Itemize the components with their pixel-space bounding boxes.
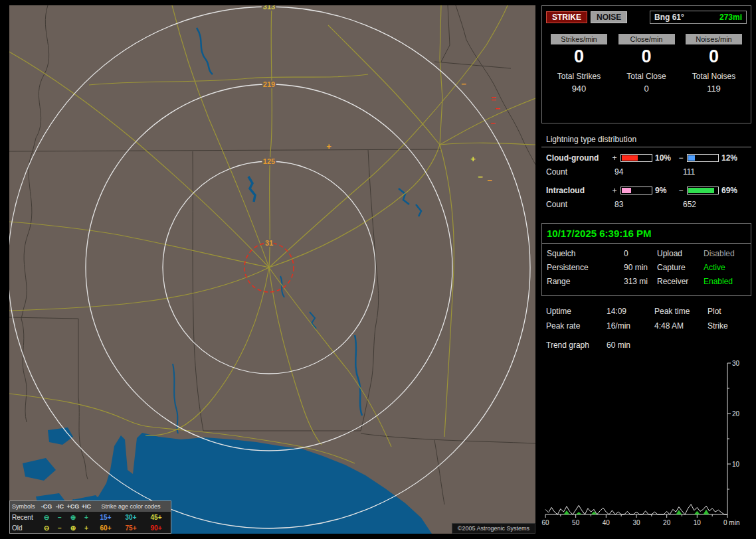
legend-recent-row: Recent ⊖ − ⊕ + 15+ 30+ 45+ xyxy=(10,512,171,522)
circle-plus-icon: ⊕ xyxy=(66,514,80,521)
svg-text:125: 125 xyxy=(263,157,275,165)
minus-icon: − xyxy=(53,524,66,532)
copyright-notice: ©2005 Astrogenic Systems xyxy=(452,523,535,534)
age-code: 15+ xyxy=(93,514,118,521)
ic-negative-pct: 69% xyxy=(721,186,744,195)
legend-old-row: Old ⊖ − ⊕ + 60+ 75+ 90+ xyxy=(10,522,171,533)
session-stats-grid: Uptime 14:09 Peak time Plot Peak rate 16… xyxy=(541,302,751,331)
legend-header-row: Symbols -CG -IC +CG +IC Strike age color… xyxy=(10,501,171,512)
upload-status: Disabled xyxy=(704,249,746,258)
bearing-display: Bng 61° 273mi xyxy=(650,11,747,24)
age-code: 90+ xyxy=(143,524,169,532)
plus-sign: + xyxy=(611,186,618,195)
peak-time-value: 4:48 AM xyxy=(654,321,708,331)
rivers-layer xyxy=(173,28,421,433)
capture-status: Active xyxy=(704,263,746,272)
noises-per-min-header: Noises/min xyxy=(686,34,742,44)
legend-symbols-header: Symbols xyxy=(12,503,40,510)
highways-layer xyxy=(9,5,535,463)
settings-grid: Squelch 0 Upload Disabled Persistence 90… xyxy=(542,244,751,286)
intracloud-label: Intracloud xyxy=(546,186,611,195)
strike-symbols-layer: +−=−−+−− xyxy=(326,79,500,185)
strikes-rate-column: Strikes/min 0 Total Strikes 940 xyxy=(546,34,612,94)
upload-label: Upload xyxy=(657,249,704,258)
svg-text:+: + xyxy=(326,141,331,151)
legend-recent-ages: 15+ 30+ 45+ xyxy=(93,514,169,521)
noises-rate-column: Noises/min 0 Total Noises 119 xyxy=(681,34,747,94)
minus-sign: − xyxy=(678,186,684,195)
total-strikes-label: Total Strikes xyxy=(546,72,612,81)
ic-positive-count: 83 xyxy=(611,200,680,209)
svg-text:−: − xyxy=(461,79,466,89)
svg-text:−: − xyxy=(478,172,483,182)
ic-negative-count: 652 xyxy=(680,200,748,209)
svg-text:0 min: 0 min xyxy=(723,519,739,526)
minus-icon: − xyxy=(53,514,66,521)
mode-row: STRIKE NOISE Bng 61° 273mi xyxy=(542,6,751,24)
legend-old-label: Old xyxy=(12,524,40,532)
cloud-ground-label: Cloud-ground xyxy=(546,153,611,163)
circle-minus-icon: ⊖ xyxy=(40,514,53,521)
total-close-label: Total Close xyxy=(614,72,680,81)
current-datetime: 10/17/2025 6:39:16 PM xyxy=(542,224,751,244)
trend-graph-label: Trend graph xyxy=(546,341,607,350)
svg-text:−: − xyxy=(487,175,492,185)
svg-text:=: = xyxy=(491,94,496,104)
svg-text:+: + xyxy=(470,154,476,164)
minus-sign: − xyxy=(678,153,684,163)
bearing-distance: 273mi xyxy=(719,13,742,22)
svg-text:30: 30 xyxy=(632,519,640,526)
legend-recent-label: Recent xyxy=(12,514,40,521)
strike-stats-panel: STRIKE NOISE Bng 61° 273mi Strikes/min 0… xyxy=(541,5,751,123)
strikes-per-min-header: Strikes/min xyxy=(551,34,607,44)
lightning-tracker-window: { "map": { "land_color": "#6a5f58", "wat… xyxy=(0,0,756,539)
rate-columns: Strikes/min 0 Total Strikes 940 Close/mi… xyxy=(542,24,751,94)
cg-negative-count: 111 xyxy=(680,167,748,177)
status-panel: 10/17/2025 6:39:16 PM Squelch 0 Upload D… xyxy=(541,223,751,296)
plus-sign: + xyxy=(611,153,618,163)
svg-text:313: 313 xyxy=(263,5,275,11)
strikes-per-min-value: 0 xyxy=(546,48,612,66)
svg-text:10: 10 xyxy=(694,519,702,526)
count-label: Count xyxy=(546,200,611,209)
age-code: 45+ xyxy=(143,514,169,521)
legend-col-pos-ic: +IC xyxy=(80,503,93,510)
svg-text:20: 20 xyxy=(663,519,671,526)
persistence-label: Persistence xyxy=(547,263,624,272)
peak-time-label: Peak time xyxy=(654,307,708,316)
cg-positive-pct: 10% xyxy=(655,153,678,163)
cg-positive-count: 94 xyxy=(611,167,680,177)
lightning-map: 31321912531 +−=−−+−− Symbols -CG -IC +CG… xyxy=(9,5,535,534)
range-value: 313 mi xyxy=(624,277,657,286)
capture-label: Capture xyxy=(657,263,704,272)
svg-text:30: 30 xyxy=(732,360,740,367)
age-code: 75+ xyxy=(118,524,143,532)
map-canvas: 31321912531 +−=−−+−− xyxy=(9,5,535,534)
noises-per-min-value: 0 xyxy=(681,48,747,66)
range-label: Range xyxy=(547,277,624,286)
peak-rate-label: Peak rate xyxy=(546,321,607,331)
distribution-title: Lightning type distribution xyxy=(541,130,751,147)
age-code: 30+ xyxy=(118,514,143,521)
ic-positive-bar xyxy=(620,187,652,194)
plot-label: Plot xyxy=(708,307,747,316)
svg-text:219: 219 xyxy=(263,80,275,88)
svg-text:40: 40 xyxy=(603,519,611,526)
noise-mode-button[interactable]: NOISE xyxy=(591,11,627,23)
intracloud-count-row: Count 83 652 xyxy=(541,200,751,209)
cg-negative-pct: 12% xyxy=(721,153,744,163)
total-close-value: 0 xyxy=(614,84,680,94)
trend-chart: 1020306050403020100 min xyxy=(541,360,751,530)
svg-text:60: 60 xyxy=(541,519,549,526)
svg-text:−: − xyxy=(490,118,496,128)
lightning-distribution-panel: Lightning type distribution Cloud-ground… xyxy=(541,130,751,218)
svg-text:31: 31 xyxy=(265,239,273,247)
svg-text:20: 20 xyxy=(732,410,740,418)
receiver-label: Receiver xyxy=(657,277,704,286)
plus-icon: + xyxy=(80,514,93,521)
close-per-min-header: Close/min xyxy=(618,34,675,44)
strike-mode-button[interactable]: STRIKE xyxy=(546,11,587,23)
legend-col-neg-cg: -CG xyxy=(40,503,53,510)
plot-value: Strike xyxy=(708,321,747,331)
map-legend: Symbols -CG -IC +CG +IC Strike age color… xyxy=(9,501,171,534)
